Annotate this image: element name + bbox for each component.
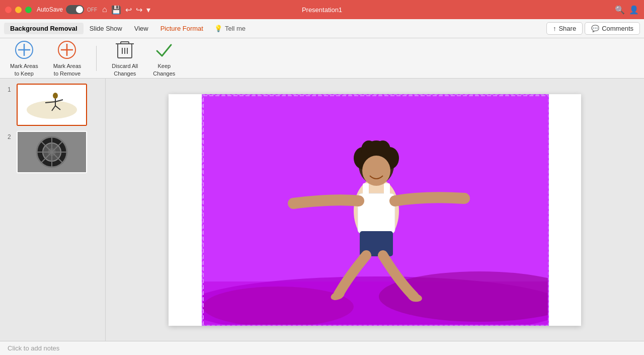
slide-item-1[interactable]: 1 [8,84,98,126]
svg-point-42 [362,156,390,186]
titlebar-nav-icons: ⌂ 💾 ↩ ↪ ▾ [102,5,150,15]
autosave-area: AutoSave OFF [37,5,97,14]
svg-point-41 [366,140,386,156]
share-button[interactable]: ↑ Share [546,22,583,35]
autosave-toggle[interactable] [66,5,84,14]
notes-placeholder: Click to add notes [8,344,59,352]
mark-remove-icon [56,39,77,60]
notes-area[interactable]: Click to add notes [0,341,644,355]
svg-rect-45 [384,183,390,196]
mark-areas-remove-tool[interactable]: Mark Areasto Remove [53,39,82,77]
svg-rect-44 [363,183,369,196]
toolbar-divider [96,46,97,71]
autosave-label: AutoSave [37,6,63,13]
minimize-button[interactable] [15,7,22,13]
keep-icon [153,39,175,60]
discard-changes-tool[interactable]: Discard AllChanges [112,39,138,77]
redo-icon[interactable]: ↪ [136,5,142,15]
slide-number-2: 2 [8,133,14,140]
menu-view[interactable]: View [128,23,154,34]
slide-thumbnail-1[interactable] [17,84,87,126]
stage [106,79,644,341]
mark-keep-label: Mark Areasto Keep [10,62,38,77]
mark-keep-icon [14,39,35,60]
home-icon[interactable]: ⌂ [102,5,107,14]
menubar-right: ↑ Share 💬 Comments [546,22,640,35]
tell-me-button[interactable]: 💡 Tell me [209,23,251,34]
comment-icon: 💬 [591,25,599,32]
mark-remove-label: Mark Areasto Remove [53,62,82,77]
slide-thumbnail-2[interactable] [17,131,87,173]
background-removal-image[interactable] [202,94,549,326]
main-area: 1 [0,79,644,341]
keep-changes-tool[interactable]: KeepChanges [153,39,175,77]
slide-canvas[interactable] [169,94,581,326]
slide-number-1: 1 [8,86,14,93]
window-controls [5,7,32,13]
lightbulb-icon: 💡 [214,25,222,32]
more-icon[interactable]: ▾ [146,5,150,15]
svg-point-16 [53,93,58,99]
undo-icon[interactable]: ↩ [125,5,132,15]
slide-item-2[interactable]: 2 [8,131,98,173]
menu-background-removal[interactable]: Background Removal [4,23,84,34]
svg-point-15 [27,101,77,119]
titlebar-right: 🔍 👤 [615,5,639,15]
document-title: Presentation1 [302,6,342,14]
maximize-button[interactable] [25,7,32,13]
comments-button[interactable]: 💬 Comments [585,22,640,35]
save-icon[interactable]: 💾 [111,5,121,15]
svg-point-34 [203,287,354,326]
menu-picture-format[interactable]: Picture Format [154,23,209,34]
close-button[interactable] [5,7,12,13]
account-icon[interactable]: 👤 [629,5,639,15]
discard-label: Discard AllChanges [112,62,138,77]
slides-panel: 1 [0,79,106,341]
menu-slide-show[interactable]: Slide Show [84,23,128,34]
mark-areas-keep-tool[interactable]: Mark Areasto Keep [10,39,38,77]
keep-label: KeepChanges [153,62,175,77]
share-icon: ↑ [553,25,556,32]
toolbar: Mark Areasto Keep Mark Areasto Remove [0,38,644,79]
titlebar: AutoSave OFF ⌂ 💾 ↩ ↪ ▾ Presentation1 🔍 👤 [0,0,644,19]
search-icon[interactable]: 🔍 [615,5,625,15]
menubar: Background Removal Slide Show View Pictu… [0,19,644,38]
autosave-state: OFF [87,7,97,13]
discard-icon [114,39,135,60]
